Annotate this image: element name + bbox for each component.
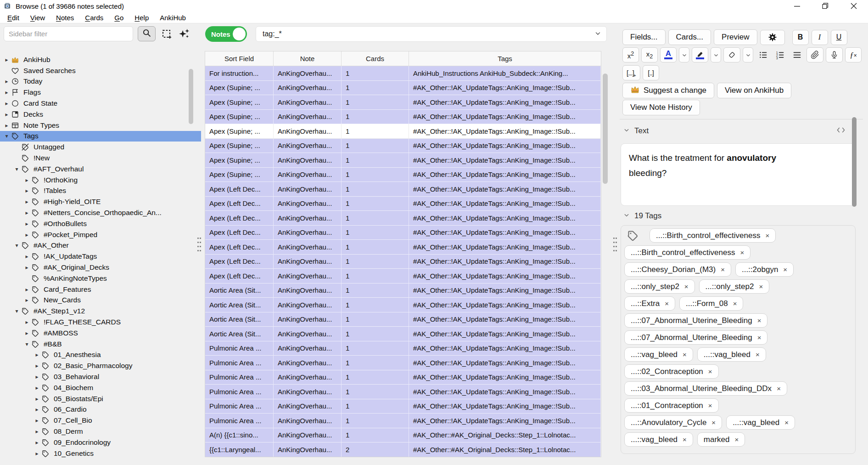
tree-collapsed-arrow-icon[interactable]: ▸ [23, 297, 31, 303]
tree-expanded-arrow-icon[interactable]: ▾ [13, 166, 21, 172]
sidebar-item-saved-searches[interactable]: Saved Searches [0, 65, 201, 76]
menu-item-go[interactable]: Go [109, 14, 129, 22]
tree-expanded-arrow-icon[interactable]: ▾ [13, 308, 21, 314]
chevron-down-icon[interactable] [594, 30, 606, 39]
tag-pill[interactable]: ...::02_Contraception× [624, 364, 719, 379]
tree-collapsed-arrow-icon[interactable]: ▸ [23, 177, 31, 183]
sidebar-item--ak-other[interactable]: ▾#AK_Other [0, 240, 201, 251]
remove-tag-icon[interactable]: × [708, 402, 712, 409]
table-row[interactable]: Aortic Area (Sit...AnKingOverhau...1#AK_… [205, 284, 601, 298]
sparkles-icon[interactable] [178, 28, 190, 40]
maximize-icon[interactable] [811, 0, 840, 12]
tree-collapsed-arrow-icon[interactable]: ▸ [23, 232, 31, 238]
tree-collapsed-arrow-icon[interactable]: ▸ [33, 428, 41, 435]
tree-collapsed-arrow-icon[interactable]: ▸ [3, 100, 11, 107]
sidebar-item-02-basic-pharmacology[interactable]: ▸02_Basic_Pharmacology [0, 360, 201, 371]
superscript-icon[interactable]: x2 [622, 47, 639, 62]
tag-pill[interactable]: ...::Birth_control_effectiveness× [650, 228, 776, 243]
sidebar-item--orthobullets[interactable]: ▸#OrthoBullets [0, 218, 201, 229]
tag-pill[interactable]: ...::only_step2× [624, 279, 695, 294]
sidebar-filter-input[interactable] [4, 26, 133, 41]
tag-pill[interactable]: ...::vag_bleed× [624, 432, 693, 447]
remove-tag-icon[interactable]: × [708, 368, 712, 375]
tag-pill[interactable]: ...::01_Contraception× [624, 398, 719, 413]
remove-tag-icon[interactable]: × [684, 283, 689, 290]
menu-item-help[interactable]: Help [129, 14, 154, 22]
sidebar-item--new[interactable]: !New [0, 153, 201, 164]
fields-button[interactable]: Fields... [622, 29, 666, 45]
table-row[interactable]: Pulmonic Area ...AnKingOverhau...1#AK_Ot… [205, 414, 601, 428]
bullet-list-icon[interactable] [756, 47, 770, 62]
search-input[interactable] [256, 30, 594, 38]
table-row[interactable]: Apex (Supine; ...AnKingOverhau...1#AK_Ot… [205, 124, 601, 139]
table-scrollbar[interactable] [603, 74, 608, 184]
remove-tag-icon[interactable]: × [756, 351, 760, 358]
menu-item-cards[interactable]: Cards [79, 14, 109, 22]
sidebar-item-10-genetics[interactable]: ▸10_Genetics [0, 448, 201, 459]
sidebar-item-new-cards[interactable]: ▸New_Cards [0, 295, 201, 306]
table-row[interactable]: Aortic Area (Sit...AnKingOverhau...1#AK_… [205, 312, 601, 327]
tag-pill[interactable]: ...::Cheesy_Dorian_(M3)× [624, 262, 731, 277]
paperclip-icon[interactable] [806, 47, 823, 62]
sidebar-search-button[interactable] [138, 26, 156, 41]
bold-button[interactable]: B [792, 30, 809, 45]
remove-tag-icon[interactable]: × [784, 419, 789, 426]
sidebar-item--high-yield-oite[interactable]: ▸#High-Yield_OITE [0, 196, 201, 207]
table-row[interactable]: Apex (Left Dec...AnKingOverhau...1#AK_Ot… [205, 269, 601, 284]
close-icon[interactable] [840, 0, 868, 12]
sidebar-item-04-biochem[interactable]: ▸04_Biochem [0, 382, 201, 393]
remove-tag-icon[interactable]: × [683, 351, 687, 358]
sidebar-item--b-b[interactable]: ▾#B&B [0, 339, 201, 350]
cards-button[interactable]: Cards... [668, 29, 711, 45]
gear-icon[interactable] [760, 30, 785, 45]
highlighter-dropdown-chevron-icon[interactable] [711, 47, 721, 62]
sidebar-item--amboss[interactable]: ▸#AMBOSS [0, 328, 201, 339]
tree-collapsed-arrow-icon[interactable]: ▸ [3, 89, 11, 96]
sidebar-item--aft-overhaul[interactable]: ▾#AFT_Overhaul [0, 164, 201, 175]
table-row[interactable]: Apex (Supine; ...AnKingOverhau...1#AK_Ot… [205, 168, 601, 182]
view-note-history-button[interactable]: View Note History [622, 100, 700, 115]
menu-item-view[interactable]: View [25, 14, 50, 22]
tree-collapsed-arrow-icon[interactable]: ▸ [3, 111, 11, 118]
sidebar-splitter-handle[interactable] [196, 235, 201, 252]
tree-collapsed-arrow-icon[interactable]: ▸ [33, 385, 41, 391]
tree-collapsed-arrow-icon[interactable]: ▸ [23, 221, 31, 227]
sidebar-item--pocket-pimped[interactable]: ▸#Pocket_Pimped [0, 229, 201, 240]
sidebar-item--ak-updatetags[interactable]: ▸!AK_UpdateTags [0, 251, 201, 262]
cloze-same-icon[interactable]: [..] [643, 65, 659, 80]
table-row[interactable]: Aortic Area (Sit...AnKingOverhau...1#AK_… [205, 298, 601, 312]
column-header-tags[interactable]: Tags [409, 51, 601, 66]
selection-icon[interactable] [161, 28, 172, 40]
tag-pill[interactable]: ...::Form_08× [679, 296, 743, 311]
remove-tag-icon[interactable]: × [665, 300, 669, 307]
tag-pill[interactable]: ...::Anovulatory_Cycle× [624, 415, 722, 430]
tree-collapsed-arrow-icon[interactable]: ▸ [33, 352, 41, 358]
tag-pill[interactable]: ...::03_Abnormal_Uterine_Bleeding_DDx× [624, 381, 787, 396]
column-header-cards[interactable]: Cards [342, 51, 409, 66]
cloze-new-icon[interactable]: [...]+ [622, 65, 640, 80]
tree-collapsed-arrow-icon[interactable]: ▸ [23, 253, 31, 260]
tree-collapsed-arrow-icon[interactable]: ▸ [23, 198, 31, 205]
remove-tag-icon[interactable]: × [765, 232, 769, 239]
tree-collapsed-arrow-icon[interactable]: ▸ [23, 319, 31, 325]
menu-item-ankihub[interactable]: AnkiHub [154, 14, 191, 22]
tree-collapsed-arrow-icon[interactable]: ▸ [3, 122, 11, 129]
tag-pill[interactable]: marked× [697, 432, 745, 447]
tag-pill[interactable]: ...::07_Abnormal_Uterine_Bleeding× [624, 313, 767, 328]
sidebar-item-tags[interactable]: ▾Tags [0, 131, 201, 142]
underline-button[interactable]: U [831, 30, 847, 45]
tree-collapsed-arrow-icon[interactable]: ▸ [23, 264, 31, 271]
table-row[interactable]: Pulmonic Area ...AnKingOverhau...1#AK_Ot… [205, 385, 601, 399]
tree-expanded-arrow-icon[interactable]: ▾ [3, 133, 11, 139]
remove-tag-icon[interactable]: × [740, 249, 744, 256]
tree-collapsed-arrow-icon[interactable]: ▸ [23, 330, 31, 336]
tags-count-label[interactable]: 19 Tags [634, 211, 661, 221]
table-row[interactable]: Apex (Left Dec...AnKingOverhau...1#AK_Ot… [205, 182, 601, 197]
editor-scrollbar[interactable] [852, 117, 857, 207]
table-row[interactable]: {{c1::Laryngeal...AnKingOverhau...2#AK_O… [205, 442, 601, 457]
tree-collapsed-arrow-icon[interactable]: ▸ [33, 439, 41, 446]
tree-collapsed-arrow-icon[interactable]: ▸ [33, 374, 41, 380]
remove-tag-icon[interactable]: × [757, 317, 762, 324]
sidebar-item--flag-these-cards[interactable]: ▸!FLAG_THESE_CARDS [0, 317, 201, 328]
sidebar-item-ankihub[interactable]: ▸AnkiHub [0, 54, 201, 65]
